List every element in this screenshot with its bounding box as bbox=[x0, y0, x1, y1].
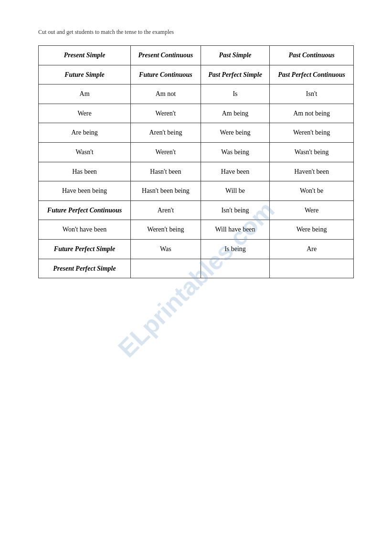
instruction-text: Cut out and get students to match the te… bbox=[38, 29, 354, 36]
table-cell: Were bbox=[39, 104, 131, 123]
table-cell: Past Perfect Continuous bbox=[270, 65, 354, 84]
table-row: Have been beingHasn't been beingWill beW… bbox=[39, 181, 354, 201]
table-cell: Present Continuous bbox=[131, 46, 201, 65]
table-cell bbox=[201, 259, 269, 278]
table-cell: Were being bbox=[201, 123, 269, 143]
table-cell: Past Simple bbox=[201, 46, 269, 65]
table-cell: Future Simple bbox=[39, 65, 131, 84]
table-cell: Future Perfect Continuous bbox=[39, 200, 131, 220]
table-row: Wasn'tWeren'tWas beingWasn't being bbox=[39, 142, 354, 162]
table-cell: Hasn't been bbox=[131, 162, 201, 181]
table-cell: Weren't being bbox=[131, 220, 201, 240]
table-cell: Wasn't being bbox=[270, 142, 354, 162]
table-cell bbox=[270, 259, 354, 278]
table-row: Has beenHasn't beenHave beenHaven't been bbox=[39, 162, 354, 181]
table-cell: Isn't being bbox=[201, 200, 269, 220]
table-cell: Present Perfect Simple bbox=[39, 259, 131, 278]
table-row: Future Perfect ContinuousAren'tIsn't bei… bbox=[39, 200, 354, 220]
table-cell: Are bbox=[270, 239, 354, 259]
table-row: Future Perfect SimpleWasIs beingAre bbox=[39, 239, 354, 259]
table-cell: Have been being bbox=[39, 181, 131, 201]
table-cell: Weren't bbox=[131, 104, 201, 123]
table-cell bbox=[131, 259, 201, 278]
table-cell: Was being bbox=[201, 142, 269, 162]
table-cell: Am bbox=[39, 84, 131, 104]
table-cell: Aren't bbox=[131, 200, 201, 220]
tense-table: Present SimplePresent ContinuousPast Sim… bbox=[38, 45, 354, 278]
table-cell: Weren't being bbox=[270, 123, 354, 143]
table-cell: Aren't being bbox=[131, 123, 201, 143]
table-cell: Am not bbox=[131, 84, 201, 104]
table-cell: Have been bbox=[201, 162, 269, 181]
table-cell: Am not being bbox=[270, 104, 354, 123]
table-cell: Is bbox=[201, 84, 269, 104]
table-cell: Isn't bbox=[270, 84, 354, 104]
table-cell: Won't be bbox=[270, 181, 354, 201]
table-cell: Wasn't bbox=[39, 142, 131, 162]
table-cell: Present Simple bbox=[39, 46, 131, 65]
table-row: Present Perfect Simple bbox=[39, 259, 354, 278]
table-cell: Future Continuous bbox=[131, 65, 201, 84]
table-row: Are beingAren't beingWere beingWeren't b… bbox=[39, 123, 354, 143]
table-cell: Future Perfect Simple bbox=[39, 239, 131, 259]
table-cell: Has been bbox=[39, 162, 131, 181]
table-row: Future SimpleFuture ContinuousPast Perfe… bbox=[39, 65, 354, 84]
table-cell: Is being bbox=[201, 239, 269, 259]
table-row: Present SimplePresent ContinuousPast Sim… bbox=[39, 46, 354, 65]
table-cell: Will be bbox=[201, 181, 269, 201]
table-cell: Won't have been bbox=[39, 220, 131, 240]
table-cell: Were bbox=[270, 200, 354, 220]
table-row: Won't have beenWeren't beingWill have be… bbox=[39, 220, 354, 240]
table-cell: Past Continuous bbox=[270, 46, 354, 65]
table-cell: Was bbox=[131, 239, 201, 259]
table-cell: Am being bbox=[201, 104, 269, 123]
table-cell: Weren't bbox=[131, 142, 201, 162]
table-cell: Were being bbox=[270, 220, 354, 240]
table-cell: Are being bbox=[39, 123, 131, 143]
table-cell: Will have been bbox=[201, 220, 269, 240]
table-cell: Haven't been bbox=[270, 162, 354, 181]
table-cell: Past Perfect Simple bbox=[201, 65, 269, 84]
table-row: AmAm notIsIsn't bbox=[39, 84, 354, 104]
table-row: WereWeren'tAm beingAm not being bbox=[39, 104, 354, 123]
table-cell: Hasn't been being bbox=[131, 181, 201, 201]
